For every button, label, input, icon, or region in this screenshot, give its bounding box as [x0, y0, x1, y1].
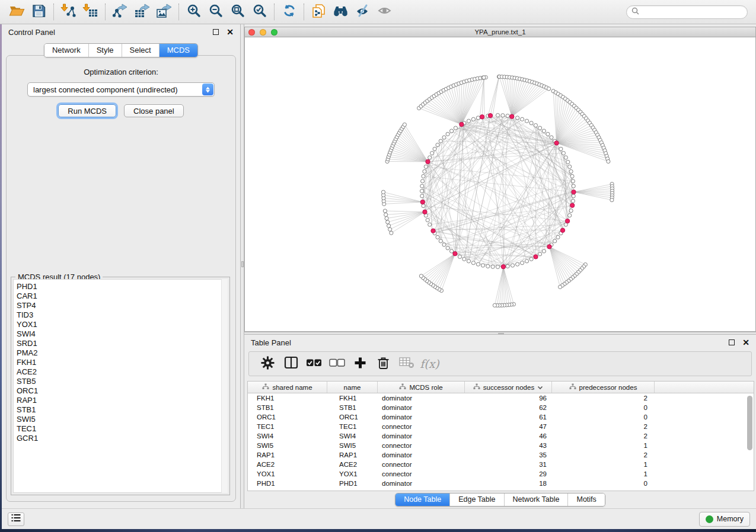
- import-table-button[interactable]: [79, 2, 101, 21]
- hide-widgets-button[interactable]: [352, 2, 374, 21]
- tab-style[interactable]: Style: [88, 44, 122, 57]
- cell-name: STB1: [327, 404, 378, 411]
- refresh-view-button[interactable]: [278, 2, 300, 21]
- tab-select[interactable]: Select: [122, 44, 159, 57]
- cell-shared-name: SWI4: [248, 432, 327, 440]
- network-graph[interactable]: [245, 37, 755, 331]
- mcds-result-item[interactable]: GCR1: [17, 434, 227, 443]
- table-row[interactable]: TEC1TEC1connector472: [248, 422, 754, 431]
- mcds-result-item[interactable]: SWI5: [17, 415, 227, 424]
- mcds-result-item[interactable]: ACE2: [17, 367, 227, 377]
- criterion-dropdown[interactable]: largest connected component (undirected): [27, 82, 215, 97]
- search-icon: [631, 7, 639, 17]
- add-button[interactable]: [349, 357, 372, 371]
- splitter-grip[interactable]: [241, 261, 244, 267]
- export-network-button[interactable]: [109, 2, 131, 21]
- run-mcds-button[interactable]: Run MCDS: [58, 104, 116, 117]
- network-window-titlebar[interactable]: YPA_prune.txt_1: [245, 27, 755, 37]
- mcds-result-item[interactable]: TID3: [17, 310, 227, 320]
- mcds-result-item[interactable]: CAR1: [17, 291, 227, 301]
- window-zoom-icon[interactable]: [271, 29, 277, 36]
- mcds-result-item[interactable]: SWI4: [17, 329, 227, 339]
- mcds-result-item[interactable]: YOX1: [17, 320, 227, 329]
- mcds-result-list[interactable]: PHD1CAR1STP4TID3YOX1SWI4SRD1PMA2FKH1ACE2…: [13, 279, 228, 493]
- column-header-predecessor-nodes[interactable]: predecessor nodes: [552, 382, 655, 393]
- delete-table-button[interactable]: [395, 357, 418, 371]
- table-row[interactable]: RAP1RAP1dominator352: [248, 450, 754, 460]
- import-table-icon: [82, 4, 98, 21]
- splitter-grip[interactable]: [498, 333, 504, 334]
- table-row[interactable]: STB1STB1dominator620: [248, 403, 754, 412]
- mcds-result-item[interactable]: PHD1: [17, 282, 227, 291]
- table-row[interactable]: SWI4SWI4dominator462: [248, 431, 754, 441]
- task-history-button[interactable]: [8, 512, 24, 526]
- search-box[interactable]: [626, 5, 748, 19]
- close-panel-icon[interactable]: ✕: [742, 338, 749, 347]
- vertical-splitter[interactable]: [240, 24, 244, 508]
- column-header-successor-nodes[interactable]: successor nodes: [465, 382, 552, 393]
- tab-network-table[interactable]: Network Table: [504, 493, 568, 506]
- table-row[interactable]: ACE2ACE2connector311: [248, 460, 754, 469]
- mcds-result-item[interactable]: STP4: [17, 301, 227, 310]
- settings-button[interactable]: [256, 356, 279, 372]
- float-panel-icon[interactable]: [213, 29, 219, 35]
- open-file-button[interactable]: [6, 2, 28, 21]
- table-scrollbar-thumb[interactable]: [747, 396, 752, 450]
- zoom-fit-button[interactable]: [227, 2, 248, 21]
- export-table-button[interactable]: [131, 2, 153, 21]
- select-all-button[interactable]: [302, 358, 326, 370]
- mcds-result-scrollbar[interactable]: [221, 279, 228, 493]
- mcds-result-item[interactable]: SRD1: [17, 339, 227, 348]
- cell-name: ORC1: [327, 414, 378, 421]
- table-row[interactable]: PHD1PHD1dominator180: [248, 479, 754, 488]
- delete-button[interactable]: [372, 356, 395, 372]
- float-panel-icon[interactable]: [729, 339, 735, 345]
- zoom-out-button[interactable]: [205, 2, 227, 21]
- tab-mcds[interactable]: MCDS: [159, 44, 197, 57]
- network-canvas[interactable]: [245, 37, 755, 331]
- table-row[interactable]: ORC1ORC1dominator610: [248, 412, 754, 422]
- column-header-name[interactable]: name: [327, 382, 378, 393]
- close-panel-button[interactable]: Close panel: [124, 104, 184, 117]
- mcds-result-item[interactable]: PMA2: [17, 348, 227, 358]
- tab-node-table[interactable]: Node Table: [395, 493, 449, 506]
- save-session-button[interactable]: [28, 2, 50, 21]
- mcds-result-item[interactable]: ORC1: [17, 386, 227, 396]
- mcds-result-item[interactable]: TEC1: [17, 424, 227, 434]
- import-network-button[interactable]: [58, 2, 79, 21]
- mcds-result-item[interactable]: FKH1: [17, 358, 227, 367]
- window-minimize-icon[interactable]: [260, 29, 266, 36]
- search-input[interactable]: [642, 7, 747, 17]
- table-row[interactable]: FKH1FKH1dominator962: [248, 393, 754, 403]
- zoom-selected-button[interactable]: [248, 2, 270, 21]
- columns-icon: [284, 356, 298, 371]
- column-label: successor nodes: [483, 384, 534, 391]
- tab-network[interactable]: Network: [44, 44, 88, 57]
- column-header-shared-name[interactable]: shared name: [248, 382, 327, 393]
- columns-button[interactable]: [279, 356, 302, 371]
- mcds-result-item[interactable]: STB5: [17, 377, 227, 386]
- zoom-in-button[interactable]: [183, 2, 205, 21]
- column-header-MCDS-role[interactable]: MCDS role: [378, 382, 465, 393]
- tab-edge-table[interactable]: Edge Table: [449, 493, 503, 506]
- close-panel-icon[interactable]: ✕: [227, 28, 234, 36]
- cytoscape-app: Control Panel ✕ NetworkStyleSelectMCDS O…: [0, 0, 756, 532]
- window-close-icon[interactable]: [248, 29, 255, 36]
- mcds-result-item[interactable]: STB1: [17, 405, 227, 415]
- desktop-wallpaper-bottom-edge: [0, 529, 756, 532]
- sort-chevron-icon[interactable]: [537, 384, 543, 391]
- table-row[interactable]: YOX1YOX1connector291: [248, 469, 754, 479]
- show-widgets-button[interactable]: [374, 2, 395, 21]
- function-button[interactable]: f(x): [418, 357, 441, 370]
- deselect-all-button[interactable]: [326, 358, 349, 370]
- import-network-icon: [60, 4, 76, 21]
- memory-button[interactable]: Memory: [699, 512, 750, 527]
- table-row[interactable]: SWI5SWI5connector431: [248, 441, 754, 450]
- find-button[interactable]: [330, 2, 352, 21]
- zoom-out-icon: [209, 4, 223, 20]
- mcds-result-item[interactable]: RAP1: [17, 396, 227, 405]
- function-icon: f(x): [420, 357, 439, 370]
- export-image-button[interactable]: [153, 2, 175, 21]
- tab-motifs[interactable]: Motifs: [567, 493, 604, 506]
- clone-network-button[interactable]: [308, 2, 330, 21]
